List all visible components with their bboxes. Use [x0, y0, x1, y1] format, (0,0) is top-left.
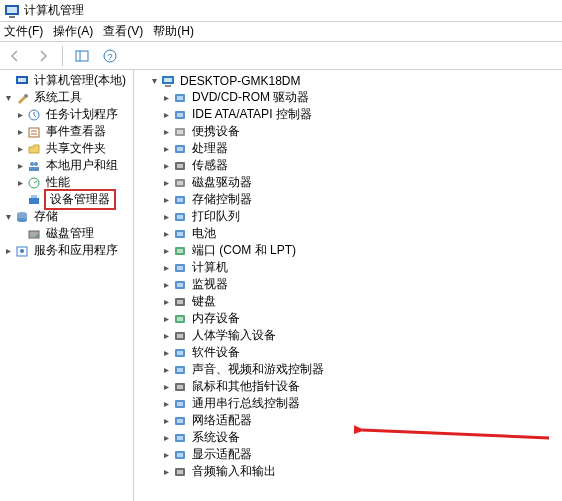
caret-right-icon[interactable]: ▸ — [160, 330, 172, 341]
left-task-scheduler[interactable]: ▸ 任务计划程序 — [0, 106, 133, 123]
device-category-icon — [172, 396, 188, 412]
left-system-tools[interactable]: ▾ 系统工具 — [0, 89, 133, 106]
menu-file[interactable]: 文件(F) — [4, 23, 43, 40]
svg-rect-19 — [31, 195, 37, 198]
device-category-row[interactable]: ▸便携设备 — [134, 123, 562, 140]
device-category-row[interactable]: ▸内存设备 — [134, 310, 562, 327]
left-device-manager[interactable]: 设备管理器 — [0, 191, 133, 208]
device-category-icon — [172, 192, 188, 208]
caret-right-icon[interactable]: ▸ — [160, 109, 172, 120]
device-category-icon — [172, 294, 188, 310]
caret-right-icon[interactable]: ▸ — [160, 194, 172, 205]
device-manager-icon — [26, 192, 42, 208]
svg-rect-8 — [18, 78, 26, 82]
caret-right-icon[interactable]: ▸ — [160, 262, 172, 273]
caret-right-icon[interactable]: ▸ — [14, 160, 26, 171]
caret-down-icon[interactable]: ▾ — [2, 92, 14, 103]
svg-point-9 — [24, 94, 28, 98]
menu-action[interactable]: 操作(A) — [53, 23, 93, 40]
show-hide-tree-button[interactable] — [71, 45, 93, 67]
device-category-row[interactable]: ▸存储控制器 — [134, 191, 562, 208]
device-category-label: 处理器 — [190, 140, 230, 157]
caret-right-icon[interactable]: ▸ — [160, 126, 172, 137]
device-category-row[interactable]: ▸端口 (COM 和 LPT) — [134, 242, 562, 259]
caret-down-icon[interactable]: ▾ — [2, 211, 14, 222]
device-category-row[interactable]: ▸传感器 — [134, 157, 562, 174]
device-category-row[interactable]: ▸处理器 — [134, 140, 562, 157]
caret-right-icon[interactable]: ▸ — [160, 177, 172, 188]
device-category-row[interactable]: ▸计算机 — [134, 259, 562, 276]
caret-right-icon[interactable]: ▸ — [160, 143, 172, 154]
caret-right-icon[interactable]: ▸ — [160, 466, 172, 477]
device-category-icon — [172, 328, 188, 344]
computer-icon — [160, 73, 176, 89]
svg-rect-31 — [177, 96, 183, 100]
device-category-icon — [172, 345, 188, 361]
caret-right-icon[interactable]: ▸ — [160, 160, 172, 171]
caret-right-icon[interactable]: ▸ — [160, 398, 172, 409]
device-category-row[interactable]: ▸磁盘驱动器 — [134, 174, 562, 191]
device-category-row[interactable]: ▸系统设备 — [134, 429, 562, 446]
svg-rect-65 — [177, 385, 183, 389]
caret-right-icon[interactable]: ▸ — [14, 177, 26, 188]
left-shared-folders[interactable]: ▸ 共享文件夹 — [0, 140, 133, 157]
device-category-row[interactable]: ▸鼠标和其他指针设备 — [134, 378, 562, 395]
nav-back-button[interactable] — [4, 45, 26, 67]
nav-forward-button[interactable] — [32, 45, 54, 67]
svg-rect-18 — [29, 198, 39, 204]
caret-right-icon[interactable]: ▸ — [160, 381, 172, 392]
left-event-viewer[interactable]: ▸ 事件查看器 — [0, 123, 133, 140]
caret-right-icon[interactable]: ▸ — [160, 211, 172, 222]
device-category-label: 打印队列 — [190, 208, 242, 225]
menubar: 文件(F) 操作(A) 查看(V) 帮助(H) — [0, 22, 562, 42]
device-category-row[interactable]: ▸电池 — [134, 225, 562, 242]
caret-right-icon[interactable]: ▸ — [160, 347, 172, 358]
caret-right-icon[interactable]: ▸ — [160, 279, 172, 290]
left-disk-management[interactable]: 磁盘管理 — [0, 225, 133, 242]
device-category-row[interactable]: ▸网络适配器 — [134, 412, 562, 429]
caret-right-icon[interactable]: ▸ — [160, 432, 172, 443]
right-root-computer[interactable]: ▾ DESKTOP-GMK18DM — [134, 72, 562, 89]
caret-right-icon[interactable]: ▸ — [160, 415, 172, 426]
device-category-row[interactable]: ▸打印队列 — [134, 208, 562, 225]
caret-right-icon[interactable]: ▸ — [160, 449, 172, 460]
device-category-icon — [172, 243, 188, 259]
left-local-users[interactable]: ▸ 本地用户和组 — [0, 157, 133, 174]
menu-view[interactable]: 查看(V) — [103, 23, 143, 40]
menu-help[interactable]: 帮助(H) — [153, 23, 194, 40]
device-category-label: 监视器 — [190, 276, 230, 293]
caret-right-icon[interactable]: ▸ — [160, 313, 172, 324]
device-category-row[interactable]: ▸人体学输入设备 — [134, 327, 562, 344]
device-category-row[interactable]: ▸显示适配器 — [134, 446, 562, 463]
caret-right-icon[interactable]: ▸ — [160, 92, 172, 103]
device-category-row[interactable]: ▸DVD/CD-ROM 驱动器 — [134, 89, 562, 106]
caret-right-icon[interactable]: ▸ — [2, 245, 14, 256]
device-category-label: 显示适配器 — [190, 446, 254, 463]
left-storage[interactable]: ▾ 存储 — [0, 208, 133, 225]
left-root[interactable]: 计算机管理(本地) — [0, 72, 133, 89]
left-services-apps[interactable]: ▸ 服务和应用程序 — [0, 242, 133, 259]
caret-right-icon[interactable]: ▸ — [14, 143, 26, 154]
device-category-row[interactable]: ▸音频输入和输出 — [134, 463, 562, 480]
device-category-icon — [172, 226, 188, 242]
svg-rect-45 — [177, 215, 183, 219]
device-category-row[interactable]: ▸通用串行总线控制器 — [134, 395, 562, 412]
caret-right-icon[interactable]: ▸ — [160, 228, 172, 239]
caret-right-icon[interactable]: ▸ — [160, 364, 172, 375]
device-category-row[interactable]: ▸软件设备 — [134, 344, 562, 361]
svg-point-14 — [30, 162, 34, 166]
device-category-row[interactable]: ▸IDE ATA/ATAPI 控制器 — [134, 106, 562, 123]
device-category-row[interactable]: ▸键盘 — [134, 293, 562, 310]
services-icon — [14, 243, 30, 259]
device-category-icon — [172, 362, 188, 378]
caret-right-icon[interactable]: ▸ — [160, 245, 172, 256]
device-category-row[interactable]: ▸声音、视频和游戏控制器 — [134, 361, 562, 378]
caret-right-icon[interactable]: ▸ — [14, 109, 26, 120]
help-button[interactable]: ? — [99, 45, 121, 67]
caret-right-icon[interactable]: ▸ — [14, 126, 26, 137]
caret-right-icon[interactable]: ▸ — [160, 296, 172, 307]
device-category-icon — [172, 107, 188, 123]
device-category-row[interactable]: ▸监视器 — [134, 276, 562, 293]
caret-down-icon[interactable]: ▾ — [148, 75, 160, 86]
svg-point-26 — [20, 249, 24, 253]
